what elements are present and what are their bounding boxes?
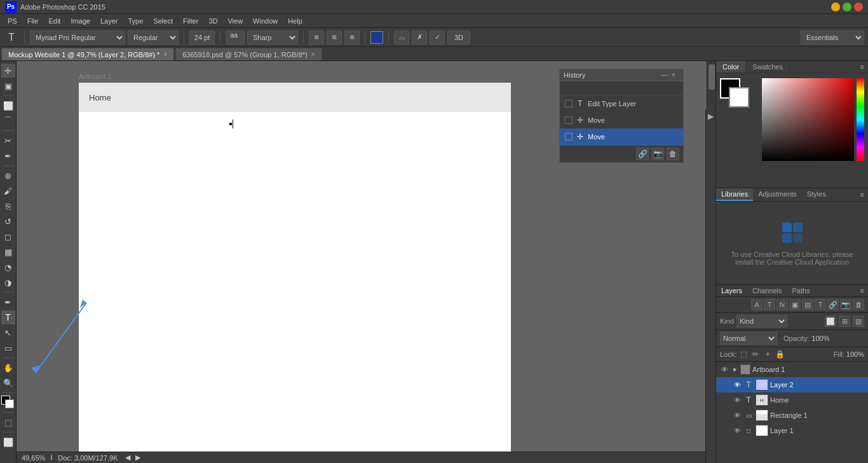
close-button[interactable] <box>854 3 863 11</box>
menu-help[interactable]: Help <box>283 16 308 26</box>
channels-tab[interactable]: Channels <box>747 285 787 296</box>
fg-bg-tool[interactable] <box>1 396 15 410</box>
move-tool[interactable]: ✛ <box>1 64 15 78</box>
layer-icon-btn-4[interactable]: ▣ <box>789 299 801 310</box>
font-name-select[interactable]: Myriad Pro Regular <box>30 31 125 45</box>
color-tab[interactable]: Color <box>716 61 746 73</box>
home-layer-row[interactable]: 👁 T H Home <box>716 392 868 408</box>
aa-button[interactable]: aa <box>226 31 245 45</box>
history-brush-tool[interactable]: ↺ <box>1 214 15 228</box>
color-picker-field[interactable] <box>762 78 854 161</box>
heal-tool[interactable]: ⊕ <box>1 169 15 183</box>
eyedropper-tool[interactable]: ✒ <box>1 149 15 163</box>
antialias-select[interactable]: Sharp <box>247 31 298 45</box>
history-item-1[interactable]: T Edit Type Layer <box>560 95 683 112</box>
commit-button[interactable]: ✓ <box>430 31 445 45</box>
color-panel-menu[interactable]: ≡ <box>857 63 868 71</box>
quick-mask-tool[interactable]: ⬚ <box>1 415 15 429</box>
styles-tab[interactable]: Styles <box>802 188 831 201</box>
history-close-btn[interactable]: × <box>672 71 679 79</box>
blur-tool[interactable]: ◔ <box>1 260 15 274</box>
history-delete-btn[interactable]: 🗑 <box>667 148 679 160</box>
tab-2[interactable]: 6365918.psd @ 57% (Group 1, RGB/8*) × <box>175 48 322 60</box>
tab-1-close[interactable]: × <box>163 51 167 58</box>
history-checkbox-3[interactable] <box>565 133 573 141</box>
menu-view[interactable]: View <box>222 16 248 26</box>
history-checkbox-2[interactable] <box>565 116 573 124</box>
titlebar-controls[interactable] <box>831 3 863 11</box>
kind-icon-3[interactable]: ▤ <box>853 315 864 327</box>
menu-file[interactable]: File <box>22 16 44 26</box>
menu-window[interactable]: Window <box>248 16 283 26</box>
tab-2-close[interactable]: × <box>311 51 315 58</box>
color-gradient-container[interactable] <box>762 78 864 161</box>
tab-1[interactable]: Mockup Website 1 @ 49,7% (Layer 2, RGB/8… <box>1 48 174 60</box>
scrollbar-thumb-v[interactable] <box>709 64 715 90</box>
paths-tab[interactable]: Paths <box>787 285 815 296</box>
layers-kind-select[interactable]: Kind <box>736 315 787 328</box>
lock-transparent-btn[interactable]: ⬚ <box>738 349 749 359</box>
eraser-tool[interactable]: ◻ <box>1 230 15 244</box>
collapse-arrow-icon[interactable]: ▶ <box>708 112 714 121</box>
align-left-button[interactable]: ≡ <box>309 31 324 45</box>
3d-button[interactable]: 3D <box>447 31 470 45</box>
home-visibility[interactable]: 👁 <box>733 396 742 404</box>
menu-3d[interactable]: 3D <box>203 16 222 26</box>
status-arrow-left[interactable]: ◀ <box>125 453 130 462</box>
layer-icon-btn-9[interactable]: 🗑 <box>853 299 864 310</box>
rectangle1-row[interactable]: 👁 ▭ Rectangle 1 <box>716 408 868 423</box>
libraries-panel-menu[interactable]: ≡ <box>857 191 868 198</box>
history-item-2[interactable]: ✛ Move <box>560 112 683 128</box>
layer1-visibility[interactable]: 👁 <box>733 426 742 435</box>
menu-ps[interactable]: PS <box>3 16 22 26</box>
layer-artboard1-header[interactable]: 👁 ▼ Artboard 1 <box>716 362 868 377</box>
brush-tool[interactable]: 🖌 <box>1 184 15 198</box>
layer-icon-btn-3[interactable]: fx <box>776 299 788 310</box>
pen-tool[interactable]: ✒ <box>1 295 15 309</box>
history-panel-header[interactable]: History — × <box>560 69 683 81</box>
layer-icon-btn-2[interactable]: T <box>764 299 775 310</box>
lock-all-btn[interactable]: 🔒 <box>775 349 785 359</box>
maximize-button[interactable] <box>843 3 851 11</box>
layer2-visibility[interactable]: 👁 <box>733 380 742 389</box>
kind-icon-1[interactable]: ⬜ <box>825 315 836 327</box>
artboard1-visibility[interactable]: 👁 <box>720 365 729 374</box>
marquee-tool[interactable]: ⬜ <box>1 99 15 113</box>
shape-tool[interactable]: ▭ <box>1 341 15 355</box>
layer-icon-btn-5[interactable]: ▤ <box>802 299 813 310</box>
layer-icon-btn-7[interactable]: 🔗 <box>827 299 839 310</box>
align-center-button[interactable]: ≡ <box>327 31 342 45</box>
history-camera-btn[interactable]: 📷 <box>651 148 664 160</box>
warp-text-button[interactable]: ⌓ <box>394 31 409 45</box>
adjustments-tab[interactable]: Adjustments <box>753 188 802 201</box>
clone-tool[interactable]: ⎘ <box>1 199 15 213</box>
screen-mode-tool[interactable]: ⬜ <box>1 435 15 449</box>
lock-pixels-btn[interactable]: ✏ <box>750 349 761 359</box>
lasso-tool[interactable]: ⌒ <box>1 114 15 128</box>
history-item-3[interactable]: ✛ Move <box>560 128 683 145</box>
layer-icon-btn-1[interactable]: A <box>751 299 763 310</box>
dodge-tool[interactable]: ◑ <box>1 275 15 289</box>
menu-layer[interactable]: Layer <box>95 16 123 26</box>
layers-mode-select[interactable]: Normal <box>720 332 777 345</box>
layer1-row[interactable]: 👁 □ Layer 1 <box>716 423 868 438</box>
history-checkbox-1[interactable] <box>565 100 573 107</box>
type-tool[interactable]: T <box>1 310 15 324</box>
minimize-button[interactable] <box>831 3 840 11</box>
layers-panel-menu[interactable]: ≡ <box>857 287 868 294</box>
lock-position-btn[interactable]: + <box>763 349 773 359</box>
status-arrow-right[interactable]: ▶ <box>135 453 140 462</box>
menu-image[interactable]: Image <box>65 16 95 26</box>
layer-icon-btn-8[interactable]: 📷 <box>840 299 851 310</box>
color-spectrum-bar[interactable] <box>857 78 864 161</box>
cancel-button[interactable]: ✗ <box>412 31 427 45</box>
history-new-snapshot-btn[interactable]: 🔗 <box>636 148 649 160</box>
menu-edit[interactable]: Edit <box>43 16 65 26</box>
zoom-tool[interactable]: 🔍 <box>1 376 15 390</box>
kind-icon-2[interactable]: ⊞ <box>839 315 850 327</box>
artboard1-expand[interactable]: ▼ <box>731 366 738 373</box>
text-color-swatch[interactable] <box>370 31 383 44</box>
layers-tab[interactable]: Layers <box>716 285 747 296</box>
background-color[interactable] <box>729 87 749 107</box>
history-minimize-btn[interactable]: — <box>661 71 669 79</box>
